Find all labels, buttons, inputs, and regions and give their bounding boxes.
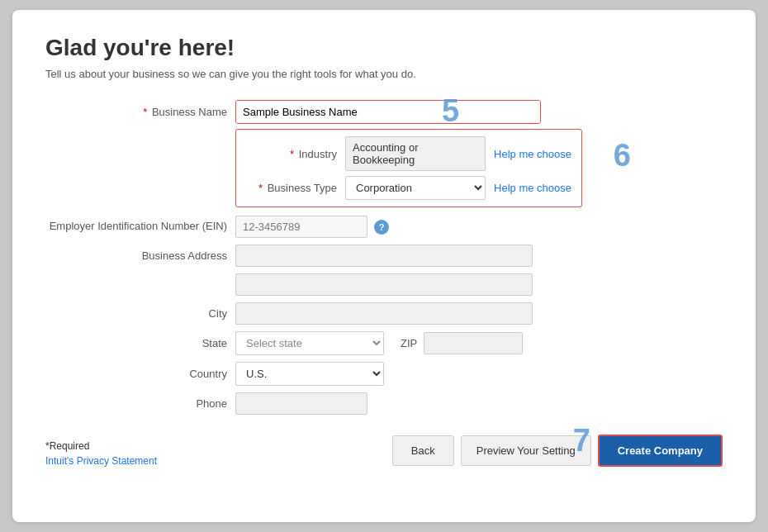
create-button-wrapper: 7 Create Company — [598, 435, 723, 467]
page-subtitle: Tell us about your business so we can gi… — [45, 68, 723, 80]
ein-input-wrapper: ? — [235, 216, 389, 238]
industry-help-link[interactable]: Help me choose — [494, 148, 571, 160]
main-card: Glad you're here! Tell us about your bus… — [12, 10, 756, 522]
country-select[interactable]: U.S. Canada Other — [235, 362, 384, 386]
city-label: City — [45, 307, 235, 320]
business-type-row: * Business Type Corporation Sole Proprie… — [246, 176, 571, 200]
step-5-badge: 5 — [442, 93, 459, 129]
required-star-business: * — [143, 106, 147, 118]
business-name-field-box — [235, 100, 541, 124]
zip-label: ZIP — [401, 337, 417, 349]
footer-buttons: Back Preview Your Setting 7 Create Compa… — [392, 435, 723, 467]
preview-button[interactable]: Preview Your Setting — [461, 435, 591, 466]
industry-row: * Industry Accounting or Bookkeeping Hel… — [246, 136, 571, 171]
required-note: *Required — [45, 440, 157, 452]
ein-info-icon[interactable]: ? — [374, 220, 389, 235]
create-company-button[interactable]: Create Company — [598, 435, 723, 467]
page-title: Glad you're here! — [45, 35, 723, 61]
address-row-2 — [45, 273, 723, 296]
industry-value[interactable]: Accounting or Bookkeeping — [345, 136, 486, 171]
state-select[interactable]: Select state Alabama Alaska California N… — [235, 331, 384, 355]
required-star-industry: * — [290, 148, 294, 160]
city-row: City — [45, 302, 723, 325]
city-input[interactable] — [235, 302, 533, 325]
industry-label: * Industry — [246, 148, 345, 160]
step-6-badge: 6 — [614, 138, 631, 173]
business-name-label: * Business Name — [45, 106, 235, 118]
address-row-1: Business Address — [45, 245, 723, 267]
business-type-label: * Business Type — [246, 182, 345, 194]
phone-row: Phone — [45, 392, 723, 415]
footer-area: *Required Intuit's Privacy Statement Bac… — [45, 435, 723, 467]
business-type-select[interactable]: Corporation Sole Proprietor Partnership … — [345, 176, 486, 200]
address-label: Business Address — [45, 249, 235, 262]
state-zip-row: State Select state Alabama Alaska Califo… — [45, 331, 723, 355]
phone-input[interactable] — [235, 392, 367, 415]
business-type-help-link[interactable]: Help me choose — [494, 182, 571, 194]
address-input-1[interactable] — [235, 245, 533, 267]
required-star-business-type: * — [258, 182, 263, 194]
back-button[interactable]: Back — [392, 435, 454, 466]
industry-section-box: * Industry Accounting or Bookkeeping Hel… — [235, 129, 582, 207]
country-label: Country — [45, 368, 235, 380]
address-input-2[interactable] — [235, 273, 533, 296]
ein-label: Employer Identification Number (EIN) — [45, 220, 235, 234]
state-label: State — [45, 337, 235, 349]
phone-label: Phone — [45, 397, 235, 410]
business-name-input[interactable] — [236, 101, 540, 123]
step-7-badge: 7 — [573, 423, 590, 458]
zip-input[interactable] — [424, 332, 523, 354]
country-row: Country U.S. Canada Other — [45, 362, 723, 386]
ein-row: Employer Identification Number (EIN) ? — [45, 216, 723, 238]
privacy-link[interactable]: Intuit's Privacy Statement — [45, 455, 157, 467]
ein-input[interactable] — [235, 216, 367, 238]
footer-left: *Required Intuit's Privacy Statement — [45, 440, 157, 467]
